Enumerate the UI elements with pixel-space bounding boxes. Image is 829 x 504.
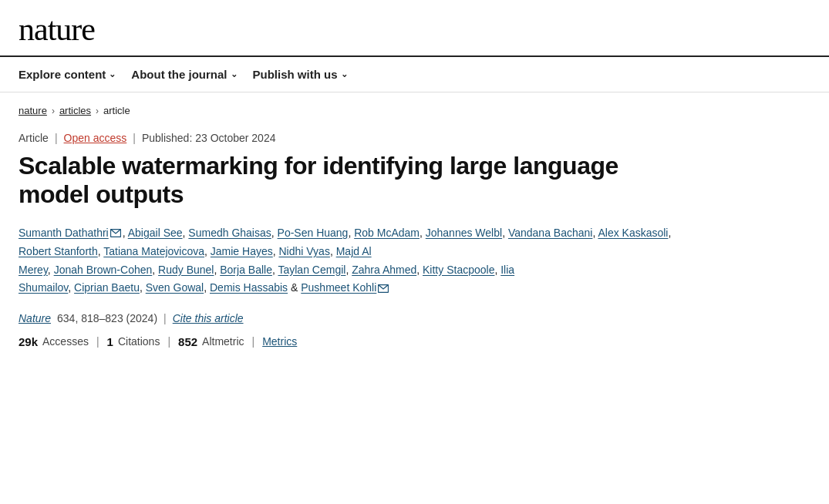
volume-pages: 634, 818–823 (2024) xyxy=(57,312,157,324)
author-robert[interactable]: Robert Stanforth xyxy=(19,245,98,257)
site-logo[interactable]: nature xyxy=(19,11,95,48)
author-majd[interactable]: Majd Al xyxy=(336,245,372,257)
citations-count: 1 xyxy=(107,335,113,348)
author-sumanth[interactable]: Sumanth Dathathri xyxy=(19,227,109,239)
author-jamie[interactable]: Jamie Hayes xyxy=(211,245,273,257)
metrics-link[interactable]: Metrics xyxy=(262,335,297,348)
nav-about-journal[interactable]: About the journal ⌄ xyxy=(131,57,252,92)
authors-list: Sumanth Dathathri , Abigail See, Sumedh … xyxy=(19,224,676,298)
article-content: nature › articles › article Article | Op… xyxy=(0,92,694,367)
author-vandana[interactable]: Vandana Bachani xyxy=(508,227,593,239)
author-shumailov[interactable]: Shumailov xyxy=(19,281,68,294)
chevron-down-icon: ⌄ xyxy=(341,69,348,79)
accesses-count: 29k xyxy=(19,335,38,348)
author-alex[interactable]: Alex Kaskasoli xyxy=(598,227,668,239)
author-merey[interactable]: Merey xyxy=(19,264,48,276)
citations-label: Citations xyxy=(118,335,160,348)
chevron-down-icon: ⌄ xyxy=(231,69,238,79)
journal-link[interactable]: Nature xyxy=(19,312,51,324)
metrics-bar: 29k Accesses | 1 Citations | 852 Altmetr… xyxy=(19,335,676,348)
author-demis[interactable]: Demis Hassabis xyxy=(210,281,288,294)
breadcrumb: nature › articles › article xyxy=(19,105,676,116)
breadcrumb-articles-link[interactable]: articles xyxy=(59,105,91,116)
chevron-down-icon: ⌄ xyxy=(109,69,116,79)
author-borja[interactable]: Borja Balle xyxy=(220,264,272,276)
author-ilia[interactable]: Ilia xyxy=(500,264,514,276)
citation-line: Nature 634, 818–823 (2024) | Cite this a… xyxy=(19,312,676,324)
email-icon-sumanth xyxy=(110,224,121,243)
breadcrumb-separator: › xyxy=(96,106,99,116)
meta-separator: | xyxy=(133,132,136,144)
header: nature xyxy=(0,0,829,55)
author-pushmeet[interactable]: Pushmeet Kohli xyxy=(301,281,376,294)
altmetric-count: 852 xyxy=(178,335,197,348)
author-po-sen[interactable]: Po-Sen Huang xyxy=(278,227,349,239)
breadcrumb-current: article xyxy=(103,105,130,116)
author-abigail[interactable]: Abigail See xyxy=(128,227,183,239)
author-rob[interactable]: Rob McAdam xyxy=(354,227,420,239)
article-title: Scalable watermarking for identifying la… xyxy=(19,152,676,209)
author-zahra[interactable]: Zahra Ahmed xyxy=(352,264,416,276)
author-taylan[interactable]: Taylan Cemgil xyxy=(278,264,345,276)
citation-separator: | xyxy=(163,312,167,324)
author-sven[interactable]: Sven Gowal xyxy=(146,281,204,294)
email-icon-pushmeet xyxy=(378,280,389,298)
nav-publish-with-us[interactable]: Publish with us ⌄ xyxy=(253,57,363,92)
author-jonah[interactable]: Jonah Brown-Cohen xyxy=(54,264,153,276)
published-date: Published: 23 October 2024 xyxy=(142,132,276,144)
accesses-label: Accesses xyxy=(42,335,89,348)
altmetric-label: Altmetric xyxy=(202,335,244,348)
author-tatiana[interactable]: Tatiana Matejovicova xyxy=(103,245,204,257)
author-sumedh[interactable]: Sumedh Ghaisas xyxy=(188,227,271,239)
main-nav: Explore content ⌄ About the journal ⌄ Pu… xyxy=(0,55,829,92)
metrics-separator: | xyxy=(252,335,255,348)
open-access-link[interactable]: Open access xyxy=(64,132,127,144)
cite-article-link[interactable]: Cite this article xyxy=(173,312,244,324)
meta-separator: | xyxy=(55,132,58,144)
metrics-separator: | xyxy=(96,335,99,348)
metrics-separator: | xyxy=(167,335,170,348)
author-kitty[interactable]: Kitty Stacpoole xyxy=(423,264,494,276)
author-nidhi[interactable]: Nidhi Vyas xyxy=(279,245,330,257)
author-rudy[interactable]: Rudy Bunel xyxy=(158,264,214,276)
author-johannes[interactable]: Johannes Welbl xyxy=(426,227,502,239)
breadcrumb-nature-link[interactable]: nature xyxy=(19,105,47,116)
article-type-label: Article xyxy=(19,132,49,144)
breadcrumb-separator: › xyxy=(52,106,55,116)
author-ciprian[interactable]: Ciprian Baetu xyxy=(74,281,140,294)
article-meta: Article | Open access | Published: 23 Oc… xyxy=(19,132,676,144)
nav-explore-content[interactable]: Explore content ⌄ xyxy=(19,57,131,92)
